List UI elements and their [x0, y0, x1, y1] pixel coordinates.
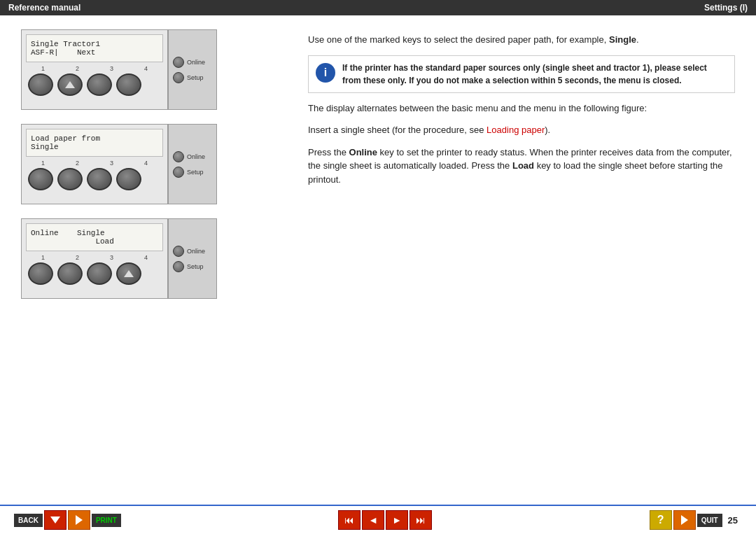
forward-button[interactable] [68, 510, 90, 530]
print-label: PRINT [92, 514, 121, 527]
next-page-button[interactable]: ► [386, 510, 408, 530]
page-number: 25 [724, 515, 742, 526]
online-label-3: Online [187, 248, 205, 255]
setup-circle-3 [173, 261, 184, 272]
btn-label-2-2: 2 [64, 160, 91, 167]
online-circle-3 [173, 246, 184, 257]
next-page-icon: ► [392, 514, 402, 526]
btn-label-1-2: 2 [64, 65, 91, 72]
panel-btn-1-4 [116, 73, 141, 96]
side-btn-setup-1: Setup [173, 72, 212, 83]
arrow-up-icon-1 [65, 81, 75, 88]
panel-buttons-2 [22, 167, 167, 192]
help-button[interactable]: ? [650, 510, 672, 530]
main-content: Single Tractor1 ASF-R| Next 1 2 3 4 [0, 15, 756, 505]
panel-display-1: Single Tractor1 ASF-R| Next 1 2 3 4 [21, 29, 168, 110]
side-panel-1: Online Setup [168, 29, 217, 110]
btn-label-1-3: 3 [99, 65, 125, 72]
panel-btn-3-4 [116, 262, 141, 285]
panel-btn-2-2 [57, 168, 83, 190]
online-label-2: Online [187, 153, 205, 160]
panel-btn-1-3 [87, 73, 112, 96]
quit-forward-button[interactable] [673, 510, 696, 530]
back-button[interactable] [44, 510, 66, 530]
panel-btn-1-1 [28, 73, 53, 96]
loading-paper-link[interactable]: Loading paper [486, 125, 545, 135]
btn-label-2-4: 4 [133, 160, 160, 167]
last-page-icon: ⏭ [416, 514, 426, 526]
printer-diagrams-column: Single Tractor1 ASF-R| Next 1 2 3 4 [21, 29, 287, 491]
quit-label: QUIT [697, 514, 722, 527]
online-label-1: Online [187, 59, 205, 66]
btn-label-1-4: 4 [133, 65, 160, 72]
prev-page-button[interactable]: ◄ [362, 510, 384, 530]
paragraph-3: Insert a single sheet (for the procedure… [308, 123, 735, 137]
setup-label-3: Setup [187, 263, 204, 270]
side-panel-2: Online Setup [168, 124, 217, 204]
paragraph-4: Press the Online key to set the printer … [308, 146, 735, 187]
side-btn-online-2: Online [173, 151, 212, 162]
info-box: i If the printer has the standard paper … [308, 55, 735, 93]
online-circle-1 [173, 57, 184, 68]
right-content-column: Use one of the marked keys to select the… [308, 29, 735, 491]
side-btn-setup-2: Setup [173, 167, 212, 178]
side-panel-3: Online Setup [168, 218, 217, 299]
footer: BACK PRINT ⏮ ◄ ► ⏭ ? QUIT 25 [0, 505, 756, 534]
side-btn-setup-3: Setup [173, 261, 212, 272]
footer-center-nav: ⏮ ◄ ► ⏭ [338, 510, 432, 530]
header-bar: Reference manual Settings (I) [0, 0, 756, 15]
first-page-button[interactable]: ⏮ [338, 510, 360, 530]
btn-label-2-1: 1 [30, 160, 57, 167]
last-page-button[interactable]: ⏭ [410, 510, 432, 530]
panel-screen-1: Single Tractor1 ASF-R| Next [26, 34, 163, 62]
panel-display-2: Load paper from Single 1 2 3 4 [21, 124, 168, 204]
side-btn-online-1: Online [173, 57, 212, 68]
panel-btn-2-1 [28, 168, 53, 190]
panel-display-3: Online Single Load 1 2 3 4 [21, 218, 168, 299]
panel-btn-2-4 [116, 168, 141, 190]
setup-circle-1 [173, 72, 184, 83]
panel-btn-2-3 [87, 168, 112, 190]
printer-diagram-3: Online Single Load 1 2 3 4 [21, 218, 287, 299]
printer-diagram-1: Single Tractor1 ASF-R| Next 1 2 3 4 [21, 29, 287, 110]
paragraph-2: The display alternates between the basic… [308, 101, 735, 115]
panel-screen-2: Load paper from Single [26, 129, 163, 157]
prev-page-icon: ◄ [368, 514, 378, 526]
setup-label-1: Setup [187, 74, 204, 81]
panel-screen-3: Online Single Load [26, 223, 163, 251]
btn-labels-3: 1 2 3 4 [22, 253, 167, 261]
btn-label-3-3: 3 [99, 254, 125, 261]
header-right: Settings (I) [704, 3, 748, 13]
info-icon: i [316, 63, 335, 83]
panel-btn-3-3 [87, 262, 112, 285]
panel-btn-3-1 [28, 262, 53, 285]
side-btn-online-3: Online [173, 246, 212, 257]
back-arrow-icon [50, 517, 60, 524]
btn-label-2-3: 3 [99, 160, 125, 167]
btn-label-3-2: 2 [64, 254, 91, 261]
back-label: BACK [14, 514, 43, 527]
paragraph-1: Use one of the marked keys to select the… [308, 33, 735, 47]
btn-labels-2: 1 2 3 4 [22, 158, 167, 167]
printer-diagram-2: Load paper from Single 1 2 3 4 [21, 124, 287, 204]
panel-btn-1-2 [57, 73, 83, 96]
first-page-icon: ⏮ [344, 514, 354, 526]
forward-arrow-icon [76, 515, 83, 525]
btn-label-1-1: 1 [30, 65, 57, 72]
btn-label-3-1: 1 [30, 254, 57, 261]
panel-btn-3-2 [57, 262, 83, 285]
setup-label-2: Setup [187, 169, 204, 176]
btn-labels-1: 1 2 3 4 [22, 64, 167, 72]
arrow-up-icon-3 [124, 270, 134, 277]
panel-buttons-3 [22, 261, 167, 286]
panel-buttons-1 [22, 72, 167, 97]
btn-label-3-4: 4 [133, 254, 160, 261]
info-text: If the printer has the standard paper so… [342, 62, 727, 87]
quit-arrow-icon [681, 515, 688, 525]
footer-right-nav: ? QUIT 25 [650, 510, 742, 530]
header-left: Reference manual [8, 3, 80, 13]
footer-left-nav: BACK PRINT [14, 510, 121, 530]
online-circle-2 [173, 151, 184, 162]
setup-circle-2 [173, 167, 184, 178]
